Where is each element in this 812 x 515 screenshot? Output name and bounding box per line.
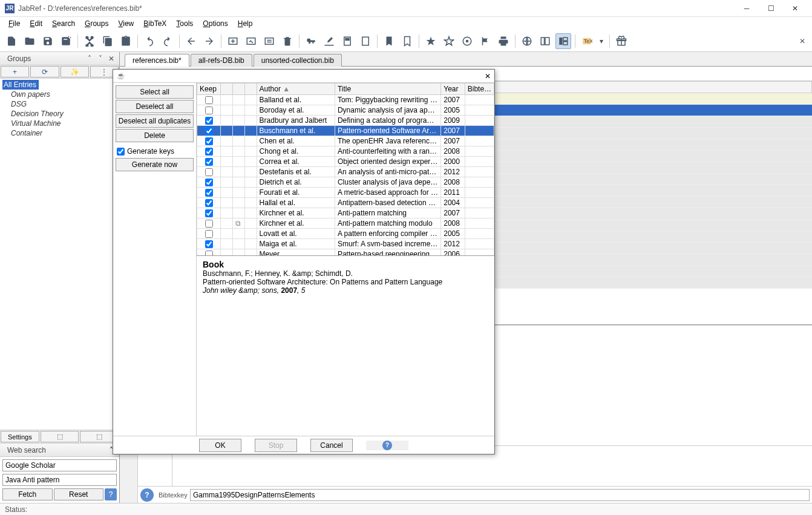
undo-icon[interactable]	[142, 33, 157, 49]
star-filled-icon[interactable]	[423, 33, 439, 49]
settings-button[interactable]: Settings	[1, 431, 39, 442]
import-row[interactable]: Dietrich et al.Cluster analysis of java …	[197, 177, 494, 188]
reset-button[interactable]: Reset	[54, 488, 104, 500]
cleanup-icon[interactable]	[321, 33, 337, 49]
ws-help-icon[interactable]: ?	[105, 488, 117, 500]
bookmark-filled-icon[interactable]	[381, 33, 397, 49]
menu-options[interactable]: Options	[198, 18, 232, 29]
print-icon[interactable]	[496, 33, 511, 49]
deselect-all-button[interactable]: Deselect all	[116, 100, 194, 113]
file-tab[interactable]: references.bib*	[125, 54, 189, 67]
menu-tools[interactable]: Tools	[171, 18, 198, 29]
select-all-button[interactable]: Select all	[116, 85, 194, 99]
tree-node[interactable]: Container	[2, 128, 117, 138]
dialog-delete-button[interactable]: Delete	[116, 129, 194, 142]
menu-file[interactable]: File	[4, 18, 25, 29]
import-row[interactable]: Kirchner et al.Anti-pattern matching2007	[197, 208, 494, 218]
generate-keys-checkbox[interactable]: Generate keys	[116, 146, 194, 157]
deselect-dup-button[interactable]: Deselect all duplicates	[116, 114, 194, 128]
file-tab[interactable]: unsorted-collection.bib	[254, 54, 342, 67]
star-outline-icon[interactable]	[441, 33, 457, 49]
search-source-combo[interactable]: Google Scholar	[2, 459, 117, 471]
gift-icon[interactable]	[614, 33, 629, 49]
priority-icon[interactable]	[459, 33, 475, 49]
menu-search[interactable]: Search	[47, 18, 80, 29]
import-table[interactable]: Keep Author ▲ Title Year Bibte… Balland …	[197, 83, 494, 256]
redo-icon[interactable]	[160, 33, 175, 49]
minimize-button[interactable]: ─	[735, 0, 759, 17]
ok-button[interactable]: OK	[199, 439, 241, 452]
import-row[interactable]: Boroday et al.Dynamic analysis of java a…	[197, 105, 494, 116]
edit-entry-icon[interactable]	[243, 33, 259, 49]
close-button[interactable]: ✕	[783, 0, 807, 17]
open-icon[interactable]	[22, 33, 38, 49]
tree-node[interactable]: DSG	[2, 99, 117, 109]
tree-node[interactable]: Own papers	[2, 90, 117, 99]
import-row[interactable]: ⧉Kirchner et al.Anti-pattern matching mo…	[197, 218, 494, 229]
bookmark-outline-icon[interactable]	[399, 33, 415, 49]
bibtexkey-input[interactable]	[190, 489, 810, 501]
import-row[interactable]: Maiga et al.Smurf: A svm-based increment…	[197, 239, 494, 249]
tree-node[interactable]: Virtual Machine	[2, 119, 117, 128]
stop-button[interactable]: Stop	[255, 439, 297, 452]
expand-all-button[interactable]: ⬚	[41, 431, 79, 442]
generate-now-button[interactable]: Generate now	[116, 158, 194, 171]
flag-icon[interactable]	[477, 33, 493, 49]
main-toolbar: TeX ▾ ✕	[0, 30, 812, 52]
close-tab-icon[interactable]: ✕	[796, 33, 808, 49]
add-group-button[interactable]: +	[1, 66, 29, 77]
dialog-help-button[interactable]: ?	[366, 441, 408, 450]
maximize-button[interactable]: ☐	[759, 0, 783, 17]
tree-node[interactable]: Decision Theory	[2, 109, 117, 119]
import-row[interactable]: Chong et al.Anti-counterfeiting with a r…	[197, 146, 494, 157]
import-row[interactable]: Lovatt et al.A pattern enforcing compile…	[197, 229, 494, 239]
tex-icon[interactable]: TeX	[579, 33, 595, 49]
edit-strings-icon[interactable]	[261, 33, 277, 49]
search-query-input[interactable]	[2, 474, 117, 486]
file-tab[interactable]: all-refs-DB.bib	[191, 54, 252, 67]
toggle-panel-icon[interactable]	[555, 33, 571, 49]
close-panel-icon[interactable]: ✕	[106, 54, 117, 64]
forward-icon[interactable]	[201, 33, 217, 49]
cancel-button[interactable]: Cancel	[310, 439, 353, 452]
import-row[interactable]: Chen et al.The openEHR Java reference i……	[197, 136, 494, 146]
svg-rect-4	[345, 38, 349, 40]
menu-edit[interactable]: Edit	[25, 18, 47, 29]
unmark-icon[interactable]	[358, 33, 373, 49]
layout-icon[interactable]	[537, 33, 553, 49]
dropdown-icon[interactable]: ▾	[597, 33, 606, 49]
import-row[interactable]: MeyerPattern-based reengineering o…2006	[197, 249, 494, 257]
import-row[interactable]: Fourati et al.A metric-based approach fo…	[197, 188, 494, 198]
back-icon[interactable]	[183, 33, 199, 49]
menu-groups[interactable]: Groups	[80, 18, 113, 29]
menu-view[interactable]: View	[113, 18, 139, 29]
mark-icon[interactable]	[339, 33, 355, 49]
refresh-group-button[interactable]: ⟳	[30, 66, 59, 77]
menu-help[interactable]: Help	[233, 18, 258, 29]
help-icon[interactable]: ?	[140, 488, 154, 502]
new-entry-icon[interactable]	[225, 33, 241, 49]
import-row[interactable]: Bradbury and JalbertDefining a catalog o…	[197, 116, 494, 126]
save-all-icon[interactable]	[58, 33, 74, 49]
delete-icon[interactable]	[280, 33, 295, 49]
copy-icon[interactable]	[100, 33, 116, 49]
key-icon[interactable]	[303, 33, 319, 49]
save-icon[interactable]	[40, 33, 56, 49]
menu-bibtex[interactable]: BibTeX	[139, 18, 171, 29]
paste-icon[interactable]	[118, 33, 134, 49]
fetch-button[interactable]: Fetch	[2, 488, 53, 500]
group-tree[interactable]: All Entries Own papersDSGDecision Theory…	[0, 79, 119, 430]
web-icon[interactable]	[519, 33, 535, 49]
tree-root[interactable]: All Entries	[2, 80, 39, 90]
collapse-icon[interactable]: ˄	[84, 54, 95, 64]
cut-icon[interactable]	[82, 33, 97, 49]
import-row[interactable]: Buschmann et al.Pattern-oriented Softwar…	[197, 126, 494, 136]
new-icon[interactable]	[4, 33, 19, 49]
import-row[interactable]: Correa et al.Object oriented design expe…	[197, 157, 494, 167]
dialog-close-icon[interactable]: ✕	[485, 72, 491, 80]
import-row[interactable]: Destefanis et al.An analysis of anti-mic…	[197, 167, 494, 177]
expand-icon[interactable]: ˅	[95, 54, 106, 64]
import-row[interactable]: Balland et al.Tom: Piggybacking rewritin…	[197, 95, 494, 105]
auto-group-button[interactable]: ✨	[61, 66, 89, 77]
import-row[interactable]: Hallal et al.Antipattern-based detection…	[197, 198, 494, 208]
